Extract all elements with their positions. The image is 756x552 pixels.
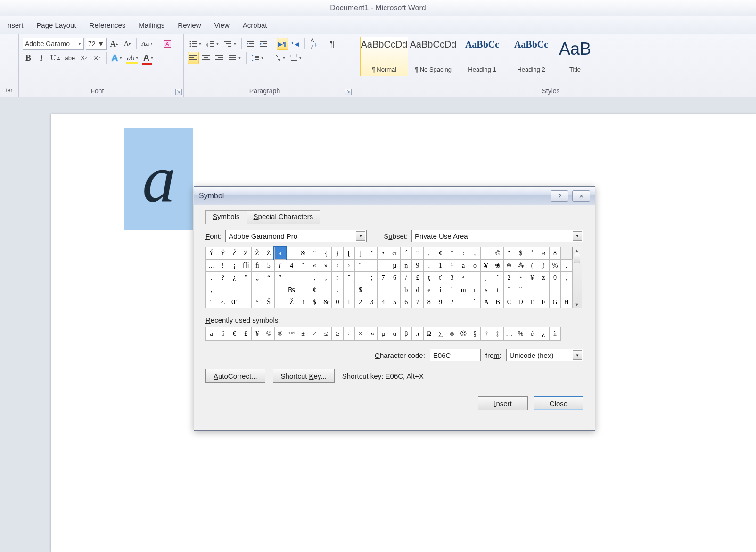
font-size-combo[interactable]: 72▼ <box>86 38 107 50</box>
char-cell[interactable]: ֎ <box>481 260 492 272</box>
char-cell[interactable]: 9 <box>412 260 423 272</box>
char-cell[interactable]: ? <box>217 272 229 284</box>
insert-button[interactable]: Insert <box>478 396 528 410</box>
style-heading-1[interactable]: AaBbCcHeading 1 <box>458 37 506 76</box>
close-icon[interactable]: ✕ <box>572 190 590 202</box>
char-cell[interactable]: ţ <box>423 272 435 284</box>
ltr-button[interactable]: ▶¶ <box>277 38 288 50</box>
scroll-up-icon[interactable]: ▲ <box>575 248 579 253</box>
help-button[interactable]: ? <box>551 190 568 202</box>
char-cell[interactable]: , <box>423 260 435 272</box>
char-cell[interactable]: ? <box>446 296 458 308</box>
char-cell[interactable]: C <box>503 296 515 308</box>
char-cell[interactable] <box>458 296 469 308</box>
char-cell[interactable]: ˝ <box>354 260 366 272</box>
char-cell[interactable]: i <box>435 284 446 296</box>
font-combo[interactable]: Adobe Garamond Pro▼ <box>225 230 367 242</box>
subset-combo[interactable]: Private Use Area▼ <box>411 230 583 242</box>
borders-button[interactable]: ▼ <box>289 52 304 64</box>
char-cell[interactable]: ( <box>526 260 538 272</box>
char-cell[interactable]: e <box>423 284 435 296</box>
char-cell[interactable]: 2 <box>503 272 515 284</box>
char-cell[interactable]: ˚ <box>526 247 538 260</box>
recent-char-cell[interactable]: ≤ <box>320 327 331 341</box>
grid-scrollbar[interactable]: ▲ ▼ <box>573 247 582 308</box>
char-cell[interactable]: ³ <box>458 272 469 284</box>
char-cell[interactable]: « <box>309 260 320 272</box>
char-cell[interactable] <box>481 247 492 260</box>
multilevel-list-button[interactable]: ▼ <box>222 38 238 50</box>
char-cell[interactable]: 4 <box>286 260 297 272</box>
char-cell[interactable] <box>274 284 286 296</box>
char-cell[interactable]: › <box>343 260 354 272</box>
char-cell[interactable] <box>389 284 400 296</box>
recent-char-cell[interactable]: … <box>503 327 515 341</box>
recent-char-cell[interactable]: µ <box>378 327 389 341</box>
char-cell[interactable]: ¥ <box>526 272 538 284</box>
char-cell[interactable] <box>240 284 251 296</box>
char-cell[interactable]: ₤ <box>412 272 423 284</box>
recent-char-cell[interactable]: ≠ <box>309 327 320 341</box>
char-cell[interactable]: , <box>469 247 480 260</box>
tab-special-characters[interactable]: Special Characters <box>247 210 320 224</box>
char-cell[interactable]: G <box>549 296 560 308</box>
char-cell[interactable]: a <box>274 247 286 260</box>
char-cell[interactable]: 8 <box>549 247 560 260</box>
char-cell[interactable]: ℮ <box>538 247 549 260</box>
recent-char-cell[interactable]: ™ <box>286 327 297 341</box>
line-spacing-button[interactable]: ▼ <box>250 52 265 64</box>
tab-page-layout[interactable]: Page Layout <box>30 16 82 34</box>
shading-button[interactable]: ▼ <box>272 52 287 64</box>
recent-char-cell[interactable]: ® <box>274 327 286 341</box>
tab-mailings[interactable]: Mailings <box>132 16 171 34</box>
show-marks-button[interactable]: ¶ <box>327 38 338 50</box>
char-cell[interactable]: „ <box>252 272 263 284</box>
decrease-indent-button[interactable] <box>245 38 256 50</box>
char-cell[interactable]: ² <box>515 272 526 284</box>
char-cell[interactable] <box>320 284 331 296</box>
recent-char-cell[interactable]: Ω <box>423 327 435 341</box>
shortcut-key-button[interactable]: Shortcut Key... <box>273 369 335 383</box>
char-cell[interactable]: $ <box>515 247 526 260</box>
char-cell[interactable]: 3 <box>446 272 458 284</box>
char-cell[interactable] <box>297 272 309 284</box>
chevron-down-icon[interactable]: ▼ <box>356 231 365 241</box>
char-cell[interactable] <box>538 284 549 296</box>
highlight-button[interactable]: ab▼ <box>126 52 140 64</box>
char-cell[interactable]: 0 <box>332 296 343 308</box>
char-cell[interactable] <box>252 284 263 296</box>
char-cell[interactable]: ! <box>217 260 229 272</box>
char-cell[interactable]: ˋ <box>469 296 480 308</box>
style-heading-2[interactable]: AaBbCcHeading 2 <box>507 37 555 76</box>
from-combo[interactable]: Unicode (hex)▼ <box>506 349 583 361</box>
char-cell[interactable]: ˊ <box>401 247 412 260</box>
char-cell[interactable]: t <box>492 284 503 296</box>
char-cell[interactable]: … <box>206 260 217 272</box>
char-cell[interactable]: 7 <box>412 296 423 308</box>
recent-char-cell[interactable]: € <box>229 327 240 341</box>
char-cell[interactable] <box>263 284 274 296</box>
char-cell[interactable]: D <box>515 296 526 308</box>
recent-char-cell[interactable]: ñ <box>549 327 560 341</box>
recent-symbols-grid[interactable]: aö€£¥©®™±≠≤≥÷×∞µαβπΩ∑☺☹§†‡…%é¿ñ <box>205 327 561 341</box>
char-cell[interactable]: ₨ <box>286 284 297 296</box>
char-cell[interactable]: . <box>206 272 217 284</box>
char-cell[interactable]: : <box>458 247 469 260</box>
char-cell[interactable]: r <box>469 284 480 296</box>
scroll-thumb[interactable] <box>574 253 580 263</box>
recent-char-cell[interactable]: ‡ <box>492 327 503 341</box>
close-button[interactable]: Close <box>534 396 583 410</box>
char-cell[interactable]: m <box>458 284 469 296</box>
char-cell[interactable]: µ <box>389 260 400 272</box>
char-cell[interactable]: Ź <box>229 247 240 260</box>
char-cell[interactable]: ¢ <box>435 247 446 260</box>
char-cell[interactable] <box>229 284 240 296</box>
char-cell[interactable]: » <box>320 260 331 272</box>
strikethrough-button[interactable]: abe <box>64 52 77 64</box>
italic-button[interactable]: I <box>36 52 47 64</box>
char-cell[interactable]: 9 <box>435 296 446 308</box>
tab-references[interactable]: References <box>83 16 132 34</box>
char-cell[interactable]: Ž <box>252 247 263 260</box>
recent-char-cell[interactable]: ö <box>217 327 229 341</box>
align-center-button[interactable] <box>201 52 212 64</box>
